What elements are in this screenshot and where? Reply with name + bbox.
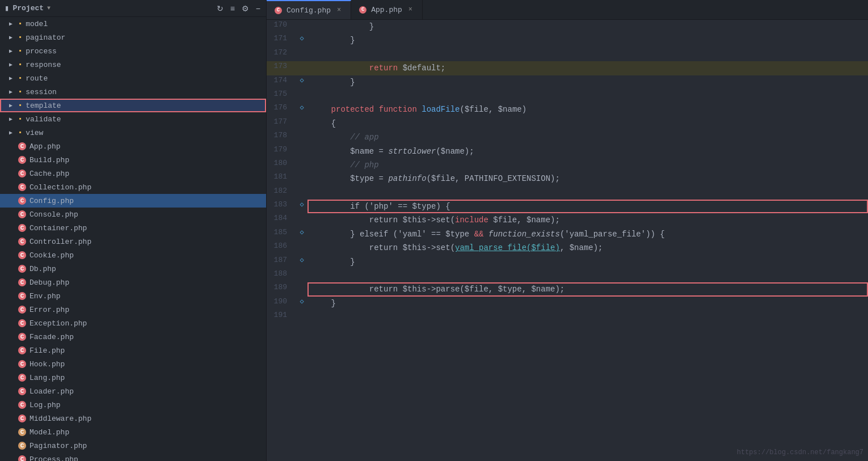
sidebar-file-Build.php[interactable]: CBuild.php: [0, 153, 266, 167]
line-number: 175: [267, 89, 296, 103]
sidebar-folder-response[interactable]: ▶▪response: [0, 58, 266, 71]
tree-item-label: Build.php: [30, 156, 69, 164]
line-number: 188: [267, 269, 296, 282]
arrow-icon: ▶: [9, 48, 16, 54]
sidebar-file-Debug.php[interactable]: CDebug.php: [0, 276, 266, 289]
sidebar-file-Exception.php[interactable]: CException.php: [0, 316, 266, 330]
sidebar-file-Error.php[interactable]: CError.php: [0, 303, 266, 316]
sidebar-file-Paginator.php[interactable]: CPaginator.php: [0, 439, 266, 452]
line-number: 190: [267, 297, 296, 310]
line-content: [307, 48, 868, 61]
settings-icon[interactable]: ⚙: [241, 3, 250, 14]
line-gutter: [296, 310, 307, 324]
line-gutter: [296, 282, 307, 296]
sidebar-file-Lang.php[interactable]: CLang.php: [0, 371, 266, 384]
line-number: 171: [267, 33, 296, 47]
sidebar-folder-paginator[interactable]: ▶▪paginator: [0, 31, 266, 44]
sidebar-file-Collection.php[interactable]: CCollection.php: [0, 180, 266, 194]
line-gutter: [296, 130, 307, 144]
tree-item-label: response: [26, 61, 61, 69]
tab-label: App.php: [371, 6, 402, 14]
line-gutter: ◇: [296, 200, 307, 213]
line-number: 185: [267, 227, 296, 241]
sidebar-file-Db.php[interactable]: CDb.php: [0, 262, 266, 276]
tree-item-label: session: [26, 88, 57, 96]
sidebar-folder-view[interactable]: ▶▪view: [0, 126, 266, 139]
sidebar-file-Cache.php[interactable]: CCache.php: [0, 167, 266, 180]
code-line: 182: [267, 186, 868, 200]
line-gutter: ◇: [296, 227, 307, 241]
file-type-icon: C: [18, 210, 26, 218]
code-line: 171◇ }: [267, 33, 868, 47]
sidebar-file-Console.php[interactable]: CConsole.php: [0, 208, 266, 221]
sidebar-file-Facade.php[interactable]: CFacade.php: [0, 330, 266, 344]
file-type-icon: C: [18, 374, 26, 382]
tab-App-php[interactable]: CApp.php×: [351, 0, 423, 19]
tab-close-button[interactable]: ×: [335, 6, 343, 15]
line-number: 172: [267, 48, 296, 61]
tree-item-label: validate: [26, 115, 61, 124]
tree-item-label: Paginator.php: [30, 442, 87, 450]
code-line: 186 return $this->set(yaml_parse_file($f…: [267, 241, 868, 255]
refresh-icon[interactable]: ↻: [216, 3, 225, 14]
code-line: 191: [267, 310, 868, 324]
line-content: // php: [307, 158, 868, 172]
watermark: https://blog.csdn.net/fangkang7: [737, 449, 863, 456]
close-icon[interactable]: −: [255, 3, 262, 14]
sidebar-folder-session[interactable]: ▶▪session: [0, 85, 266, 99]
line-gutter: ◇: [296, 33, 307, 47]
tab-Config-php[interactable]: CConfig.php×: [267, 0, 351, 19]
sidebar-title-row: ▮ Project ▼: [5, 3, 50, 13]
file-type-icon: C: [18, 197, 26, 205]
file-type-icon: C: [18, 251, 26, 259]
tree-item-label: Cookie.php: [30, 251, 74, 260]
line-gutter: [296, 20, 307, 33]
file-type-icon: C: [18, 442, 26, 450]
line-gutter: ◇: [296, 103, 307, 116]
sidebar-file-Controller.php[interactable]: CController.php: [0, 235, 266, 248]
file-type-icon: C: [18, 224, 26, 232]
line-content: [307, 89, 868, 103]
tree-item-label: Middleware.php: [30, 415, 91, 423]
arrow-icon: ▶: [9, 20, 16, 27]
sidebar-file-Process.php[interactable]: CProcess.php: [0, 452, 266, 461]
line-content: return $this->set(include $file, $name);: [307, 213, 868, 227]
file-type-icon: C: [18, 319, 26, 327]
file-type-icon: C: [18, 428, 26, 436]
line-content: $type = pathinfo($file, PATHINFO_EXTENSI…: [307, 172, 868, 185]
sidebar-file-Env.php[interactable]: CEnv.php: [0, 289, 266, 303]
sidebar-file-Cookie.php[interactable]: CCookie.php: [0, 248, 266, 262]
arrow-icon: ▶: [9, 116, 16, 122]
sidebar-file-Model.php[interactable]: CModel.php: [0, 425, 266, 439]
collapse-icon[interactable]: ≡: [229, 3, 236, 14]
sidebar-file-App.php[interactable]: CApp.php: [0, 139, 266, 153]
sidebar-file-Container.php[interactable]: CContainer.php: [0, 221, 266, 235]
code-area[interactable]: 170 }171◇ }172 173 return $default;174◇ …: [267, 20, 868, 461]
file-type-icon: C: [18, 142, 26, 150]
file-type-icon: C: [18, 401, 26, 409]
sidebar-folder-process[interactable]: ▶▪process: [0, 44, 266, 58]
sidebar-file-File.php[interactable]: CFile.php: [0, 344, 266, 357]
code-line: 178 // app: [267, 130, 868, 144]
sidebar-file-Config.php[interactable]: CConfig.php: [0, 194, 266, 208]
folder-icon: ▪: [18, 129, 22, 137]
sidebar-title: Project: [12, 4, 44, 12]
code-line: 181 $type = pathinfo($file, PATHINFO_EXT…: [267, 172, 868, 185]
tree-item-label: Process.php: [30, 455, 78, 462]
file-type-icon: C: [18, 306, 26, 314]
code-line: 188: [267, 269, 868, 282]
line-content: return $this->set(yaml_parse_file($file)…: [307, 241, 868, 255]
sidebar-file-Loader.php[interactable]: CLoader.php: [0, 384, 266, 398]
file-type-icon: C: [18, 415, 26, 422]
sidebar-folder-route[interactable]: ▶▪route: [0, 71, 266, 85]
code-line: 189 return $this->parse($file, $type, $n…: [267, 282, 868, 296]
tab-close-button[interactable]: ×: [407, 5, 414, 14]
code-line: 176◇ protected function loadFile($file, …: [267, 103, 868, 116]
sidebar-file-Log.php[interactable]: CLog.php: [0, 398, 266, 412]
sidebar-file-Middleware.php[interactable]: CMiddleware.php: [0, 412, 266, 425]
sidebar-folder-validate[interactable]: ▶▪validate: [0, 112, 266, 126]
tree-item-label: Env.php: [30, 292, 61, 301]
sidebar-folder-model[interactable]: ▶▪model: [0, 17, 266, 31]
sidebar-folder-template[interactable]: ▶▪template: [0, 99, 266, 112]
sidebar-file-Hook.php[interactable]: CHook.php: [0, 357, 266, 371]
